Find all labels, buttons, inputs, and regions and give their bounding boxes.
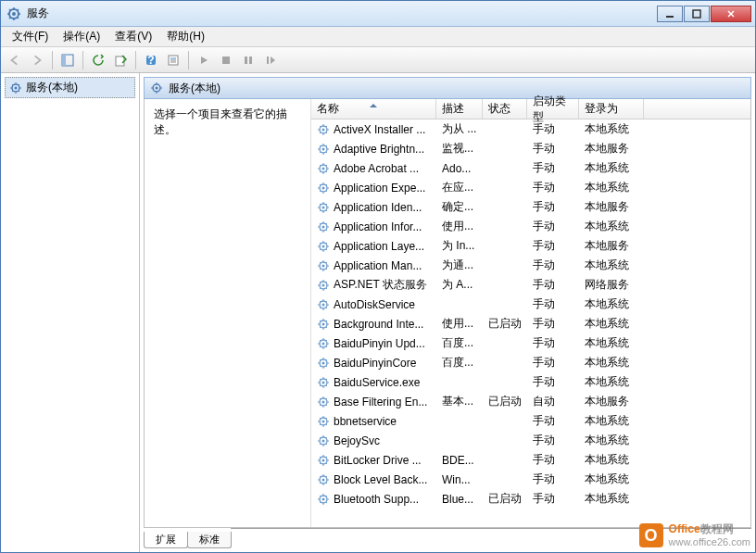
cell-start: 手动 <box>527 374 579 390</box>
gear-icon <box>317 279 330 292</box>
list-body[interactable]: ActiveX Installer ...为从 ...手动本地系统Adaptiv… <box>311 119 750 527</box>
tree-root-services-local[interactable]: 服务(本地) <box>5 77 135 98</box>
services-window: 服务 文件(F) 操作(A) 查看(V) 帮助(H) ? <box>0 0 756 553</box>
menu-help[interactable]: 帮助(H) <box>159 27 212 46</box>
service-row[interactable]: BaiduService.exe手动本地系统 <box>311 372 750 392</box>
svg-point-60 <box>322 497 325 500</box>
gear-icon <box>317 376 330 389</box>
svg-point-38 <box>322 283 325 286</box>
cell-desc: 确定... <box>436 199 483 215</box>
svg-point-46 <box>322 361 325 364</box>
column-header-status[interactable]: 状态 <box>483 99 527 119</box>
cell-name: Application Expe... <box>311 182 436 195</box>
tree-root-label: 服务(本地) <box>26 80 78 95</box>
service-row[interactable]: BaiduPinyinCore百度...手动本地系统 <box>311 353 750 372</box>
body: 服务(本地) 服务(本地) 选择一个项目来查看它的描述。 名称 描述 状态 启动… <box>1 73 755 552</box>
service-row[interactable]: Adaptive Brightn...监视...手动本地服务 <box>311 139 750 158</box>
forward-button[interactable] <box>27 50 47 70</box>
show-hide-tree-button[interactable] <box>57 50 78 70</box>
cell-logon: 本地服务 <box>579 199 644 215</box>
service-row[interactable]: Background Inte...使用...已启动手动本地系统 <box>311 314 750 333</box>
service-row[interactable]: Application Infor...使用...手动本地系统 <box>311 217 750 236</box>
gear-icon <box>317 240 330 253</box>
properties-button[interactable] <box>163 50 183 70</box>
service-row[interactable]: BaiduPinyin Upd...百度...手动本地系统 <box>311 333 750 353</box>
service-row[interactable]: Application Laye...为 In...手动本地服务 <box>311 236 750 256</box>
column-header-logon[interactable]: 登录为 <box>579 99 644 119</box>
tab-extended[interactable]: 扩展 <box>144 532 188 548</box>
service-row[interactable]: ASP.NET 状态服务为 A...手动网络服务 <box>311 275 750 295</box>
pause-service-button[interactable] <box>238 50 258 70</box>
gear-icon <box>317 259 330 272</box>
separator <box>82 51 83 69</box>
tree-pane: 服务(本地) <box>1 73 140 552</box>
menu-view[interactable]: 查看(V) <box>107 27 159 46</box>
service-row[interactable]: Application Iden...确定...手动本地服务 <box>311 197 750 217</box>
svg-point-32 <box>322 225 325 228</box>
titlebar[interactable]: 服务 <box>1 1 755 27</box>
service-row[interactable]: Application Expe...在应...手动本地系统 <box>311 178 750 197</box>
svg-rect-5 <box>62 55 66 66</box>
service-row[interactable]: AutoDiskService手动本地系统 <box>311 295 750 314</box>
maximize-button[interactable] <box>684 6 710 22</box>
service-row[interactable]: Adobe Acrobat ...Ado...手动本地系统 <box>311 158 750 178</box>
cell-name: Adobe Acrobat ... <box>311 162 436 175</box>
minimize-button[interactable] <box>657 6 683 22</box>
gear-icon <box>317 415 330 428</box>
cell-logon: 本地服务 <box>579 394 644 409</box>
separator <box>135 51 136 69</box>
tab-standard[interactable]: 标准 <box>187 532 232 548</box>
back-button[interactable] <box>5 50 25 70</box>
start-service-button[interactable] <box>194 50 214 70</box>
cell-start: 手动 <box>527 199 579 215</box>
services-list: 名称 描述 状态 启动类型 登录为 ActiveX Installer ...为… <box>311 99 750 527</box>
cell-logon: 本地系统 <box>579 355 644 371</box>
cell-logon: 网络服务 <box>579 277 644 293</box>
service-row[interactable]: Application Man...为通...手动本地系统 <box>311 256 750 275</box>
gear-icon <box>150 82 163 94</box>
cell-start: 手动 <box>527 238 579 254</box>
menu-file[interactable]: 文件(F) <box>5 27 56 46</box>
close-button[interactable] <box>711 6 751 22</box>
cell-status: 已启动 <box>483 491 527 507</box>
cell-logon: 本地系统 <box>579 335 644 351</box>
gear-icon <box>9 82 22 94</box>
service-row[interactable]: Block Level Back...Win...手动本地系统 <box>311 470 750 489</box>
menu-action[interactable]: 操作(A) <box>56 27 107 46</box>
column-header-name[interactable]: 名称 <box>311 99 436 119</box>
svg-rect-15 <box>249 57 252 64</box>
cell-name: Bluetooth Supp... <box>311 493 436 506</box>
column-header-desc[interactable]: 描述 <box>436 99 483 119</box>
svg-point-40 <box>322 303 325 306</box>
svg-point-50 <box>322 400 325 403</box>
cell-start: 手动 <box>527 471 579 487</box>
column-header-start[interactable]: 启动类型 <box>527 99 579 119</box>
cell-start: 手动 <box>527 335 579 351</box>
service-row[interactable]: ActiveX Installer ...为从 ...手动本地系统 <box>311 119 750 139</box>
svg-point-22 <box>322 128 325 131</box>
gear-icon <box>317 337 330 350</box>
pane-header-title: 服务(本地) <box>169 81 220 96</box>
cell-name: BitLocker Drive ... <box>311 454 436 467</box>
service-row[interactable]: Bluetooth Supp...Blue...已启动手动本地系统 <box>311 489 750 509</box>
export-button[interactable] <box>110 50 131 70</box>
gear-icon <box>317 434 330 447</box>
service-row[interactable]: BitLocker Drive ...BDE...手动本地系统 <box>311 450 750 470</box>
cell-name: ActiveX Installer ... <box>311 123 436 136</box>
cell-name: BaiduService.exe <box>311 376 436 389</box>
cell-desc: 百度... <box>436 355 483 371</box>
refresh-button[interactable] <box>88 50 108 70</box>
help-button[interactable]: ? <box>141 50 161 70</box>
cell-status: 已启动 <box>483 394 527 409</box>
cell-desc: 为 A... <box>436 277 483 293</box>
watermark-logo-icon: O <box>639 523 663 547</box>
svg-point-42 <box>322 322 325 325</box>
cell-logon: 本地服务 <box>579 238 644 254</box>
watermark-brand: Office <box>669 522 700 535</box>
stop-service-button[interactable] <box>216 50 236 70</box>
cell-name: ASP.NET 状态服务 <box>311 277 436 293</box>
service-row[interactable]: Base Filtering En...基本...已启动自动本地服务 <box>311 392 750 411</box>
restart-service-button[interactable] <box>260 50 281 70</box>
service-row[interactable]: bbnetservice手动本地系统 <box>311 411 750 431</box>
service-row[interactable]: BejoySvc手动本地系统 <box>311 431 750 450</box>
